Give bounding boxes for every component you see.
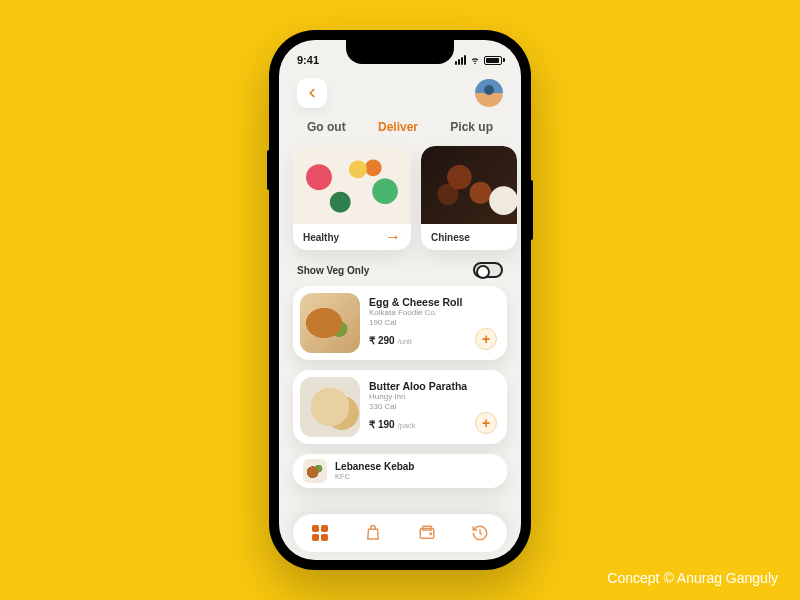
food-card[interactable]: Lebanese Kebab KFC bbox=[293, 454, 507, 488]
veg-only-toggle[interactable] bbox=[473, 262, 503, 278]
plus-icon: + bbox=[482, 332, 490, 346]
nav-bag[interactable] bbox=[363, 523, 383, 543]
history-icon bbox=[471, 524, 489, 542]
food-unit: /unit bbox=[398, 337, 412, 346]
nav-wallet[interactable] bbox=[417, 523, 437, 543]
food-calories: 330 Cal bbox=[369, 402, 467, 412]
food-thumb bbox=[300, 293, 360, 353]
phone-notch bbox=[346, 40, 454, 64]
category-row: Healthy → Chinese bbox=[279, 146, 521, 250]
back-button[interactable] bbox=[297, 78, 327, 108]
food-price: 190 bbox=[378, 419, 395, 430]
food-currency: ₹ bbox=[369, 335, 375, 346]
bag-icon bbox=[364, 524, 382, 542]
food-price: 290 bbox=[378, 335, 395, 346]
category-label: Healthy bbox=[303, 232, 339, 243]
food-thumb bbox=[303, 459, 327, 483]
add-button[interactable]: + bbox=[475, 412, 497, 434]
bottom-nav bbox=[293, 514, 507, 552]
wallet-icon bbox=[418, 524, 436, 542]
food-currency: ₹ bbox=[369, 419, 375, 430]
food-vendor: Hungy Inn bbox=[369, 392, 467, 402]
status-time: 9:41 bbox=[297, 54, 319, 66]
tab-deliver[interactable]: Deliver bbox=[378, 120, 418, 134]
tab-go-out[interactable]: Go out bbox=[307, 120, 346, 134]
food-card[interactable]: Butter Aloo Paratha Hungy Inn 330 Cal ₹ … bbox=[293, 370, 507, 444]
food-calories: 190 Cal bbox=[369, 318, 462, 328]
food-unit: /pack bbox=[398, 421, 416, 430]
category-image bbox=[293, 146, 411, 224]
food-vendor: Kolkata Foodie Co. bbox=[369, 308, 462, 318]
arrow-right-icon: → bbox=[385, 228, 401, 246]
nav-home[interactable] bbox=[310, 523, 330, 543]
category-label: Chinese bbox=[431, 232, 470, 243]
battery-icon bbox=[484, 56, 505, 65]
plus-icon: + bbox=[482, 416, 490, 430]
arrow-left-icon bbox=[305, 86, 319, 100]
grid-icon bbox=[312, 525, 328, 541]
phone-frame: 9:41 Go out Deliver Pick up Healthy bbox=[269, 30, 531, 570]
mode-tabs: Go out Deliver Pick up bbox=[279, 118, 521, 146]
category-image bbox=[421, 146, 517, 224]
signal-icon bbox=[455, 55, 466, 65]
category-card-chinese[interactable]: Chinese bbox=[421, 146, 517, 250]
food-card[interactable]: Egg & Cheese Roll Kolkata Foodie Co. 190… bbox=[293, 286, 507, 360]
food-vendor: KFC bbox=[335, 472, 414, 482]
food-list: Egg & Cheese Roll Kolkata Foodie Co. 190… bbox=[279, 286, 521, 488]
food-thumb bbox=[300, 377, 360, 437]
veg-only-label: Show Veg Only bbox=[297, 265, 369, 276]
nav-history[interactable] bbox=[470, 523, 490, 543]
add-button[interactable]: + bbox=[475, 328, 497, 350]
food-name: Egg & Cheese Roll bbox=[369, 296, 462, 308]
avatar[interactable] bbox=[475, 79, 503, 107]
category-card-healthy[interactable]: Healthy → bbox=[293, 146, 411, 250]
food-name: Lebanese Kebab bbox=[335, 461, 414, 472]
credit-text: Concept © Anurag Ganguly bbox=[607, 570, 778, 586]
wifi-icon bbox=[469, 56, 481, 65]
phone-screen: 9:41 Go out Deliver Pick up Healthy bbox=[279, 40, 521, 560]
food-name: Butter Aloo Paratha bbox=[369, 380, 467, 392]
svg-point-2 bbox=[430, 533, 432, 535]
tab-pick-up[interactable]: Pick up bbox=[450, 120, 493, 134]
status-icons bbox=[455, 55, 505, 65]
